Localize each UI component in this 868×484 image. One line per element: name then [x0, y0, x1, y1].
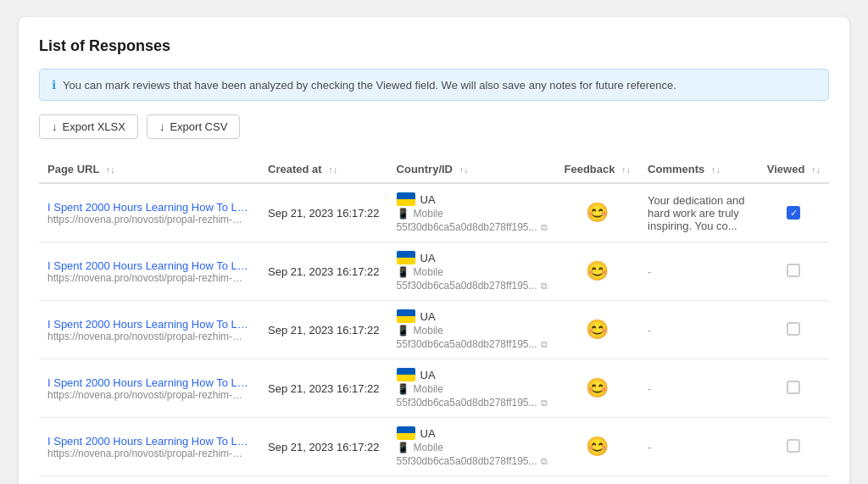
country-code: UA — [420, 193, 436, 206]
country-id-value: 55f30db6ca5a0d8db278ff195... — [397, 280, 537, 292]
viewed-cell[interactable] — [759, 476, 829, 485]
country-id-value: 55f30db6ca5a0d8db278ff195... — [397, 397, 537, 409]
comments-cell: - — [639, 301, 759, 359]
country-code: UA — [420, 252, 436, 264]
comments-cell: - — [639, 242, 759, 301]
feedback-cell: 😊 — [556, 242, 640, 301]
viewed-cell[interactable] — [759, 301, 829, 359]
sort-comments-icon: ↑↓ — [711, 164, 721, 175]
sort-page-url-icon: ↑↓ — [106, 164, 115, 175]
happy-face-icon: 😊 — [586, 260, 609, 282]
sort-feedback-icon: ↑↓ — [621, 164, 631, 175]
viewed-checkbox-checked[interactable]: ✓ — [787, 206, 800, 220]
comments-cell: - — [639, 418, 759, 476]
col-page-url[interactable]: Page URL ↑↓ — [39, 156, 259, 183]
export-csv-label: Export CSV — [170, 120, 227, 133]
page-url-sub: https://novena.pro/novosti/propal-rezhim… — [47, 272, 251, 284]
page-url-sub: https://novena.pro/novosti/propal-rezhim… — [47, 214, 251, 225]
page-url-link[interactable]: I Spent 2000 Hours Learning How To Learn… — [47, 376, 251, 389]
page-url-cell: I Spent 2000 Hours Learning How To Learn… — [39, 476, 259, 485]
page-url-cell: I Spent 2000 Hours Learning How To Learn… — [39, 242, 259, 301]
col-viewed[interactable]: Viewed ↑↓ — [759, 156, 829, 183]
comments-cell: - — [639, 359, 759, 418]
viewed-cell[interactable] — [759, 242, 829, 301]
page-url-link[interactable]: I Spent 2000 Hours Learning How To Learn… — [47, 318, 251, 331]
comment-dash: - — [648, 265, 651, 278]
viewed-cell[interactable] — [759, 418, 829, 476]
download-xlsx-icon: ↓ — [52, 120, 58, 133]
toolbar: ↓ Export XLSX ↓ Export CSV — [39, 114, 829, 139]
comment-dash: - — [648, 441, 651, 453]
feedback-cell: 😊 — [556, 359, 640, 418]
created-at-cell: Sep 21, 2023 16:17:22 — [259, 242, 388, 301]
page-url-link[interactable]: I Spent 2000 Hours Learning How To Learn… — [47, 259, 251, 272]
page-url-link[interactable]: I Spent 2000 Hours Learning How To Learn… — [47, 435, 251, 448]
main-container: List of Responses ℹ You can mark reviews… — [19, 17, 849, 484]
sort-created-at-icon: ↑↓ — [328, 164, 337, 175]
copy-icon[interactable]: ⧉ — [541, 281, 548, 292]
col-comments[interactable]: Comments ↑↓ — [639, 156, 759, 183]
page-title: List of Responses — [39, 37, 829, 55]
flag-icon — [397, 309, 415, 323]
table-row: I Spent 2000 Hours Learning How To Learn… — [39, 301, 829, 359]
comment-text: Your dedication and hard work are truly … — [648, 194, 744, 232]
country-id-value: 55f30db6ca5a0d8db278ff195... — [397, 338, 537, 350]
table-header-row: Page URL ↑↓ Created at ↑↓ Country/ID ↑↓ … — [39, 156, 829, 183]
page-url-cell: I Spent 2000 Hours Learning How To Learn… — [39, 183, 259, 242]
viewed-cell[interactable]: ✓ — [759, 183, 829, 242]
copy-icon[interactable]: ⧉ — [541, 398, 548, 409]
page-url-cell: I Spent 2000 Hours Learning How To Learn… — [39, 418, 259, 476]
col-country-id[interactable]: Country/ID ↑↓ — [388, 156, 556, 183]
viewed-checkbox-unchecked[interactable] — [787, 439, 800, 453]
download-csv-icon: ↓ — [159, 120, 165, 133]
info-banner: ℹ You can mark reviews that have been an… — [39, 69, 829, 101]
device-label: Mobile — [414, 325, 443, 337]
viewed-checkbox-unchecked[interactable] — [787, 322, 800, 336]
page-url-cell: I Spent 2000 Hours Learning How To Learn… — [39, 301, 259, 359]
feedback-cell: 😊 — [556, 301, 640, 359]
feedback-cell: 😊 — [556, 183, 640, 242]
sort-country-icon: ↑↓ — [459, 164, 469, 175]
country-code: UA — [420, 427, 436, 440]
table-row: I Spent 2000 Hours Learning How To Learn… — [39, 418, 829, 476]
country-code: UA — [420, 310, 436, 323]
mobile-icon: 📱 — [397, 266, 409, 278]
country-id-cell: UA 📱 Mobile 55f30db6ca5a0d8db278ff195...… — [388, 183, 556, 242]
created-at-cell: Sep 21, 2023 16:17:22 — [259, 476, 388, 485]
happy-face-icon: 😊 — [586, 319, 609, 341]
country-id-value: 55f30db6ca5a0d8db278ff195... — [397, 221, 537, 233]
country-id-value: 55f30db6ca5a0d8db278ff195... — [397, 455, 537, 467]
copy-icon[interactable]: ⧉ — [541, 339, 548, 350]
feedback-cell: 😠 — [556, 476, 640, 485]
mobile-icon: 📱 — [397, 383, 409, 395]
happy-face-icon: 😊 — [586, 377, 609, 399]
info-icon: ℹ — [52, 78, 56, 92]
export-xlsx-label: Export XLSX — [63, 120, 125, 133]
mobile-icon: 📱 — [397, 442, 409, 453]
table-body: I Spent 2000 Hours Learning How To Learn… — [39, 183, 829, 484]
comment-dash: - — [648, 382, 651, 395]
created-at-cell: Sep 21, 2023 16:17:22 — [259, 183, 388, 242]
export-csv-button[interactable]: ↓ Export CSV — [147, 114, 240, 139]
viewed-checkbox-unchecked[interactable] — [787, 381, 800, 394]
page-url-cell: I Spent 2000 Hours Learning How To Learn… — [39, 359, 259, 418]
flag-icon — [397, 192, 415, 206]
page-url-link[interactable]: I Spent 2000 Hours Learning How To Learn… — [47, 201, 251, 214]
comments-cell: Your dedication and hard work are truly … — [639, 183, 759, 242]
page-url-sub: https://novena.pro/novosti/propal-rezhim… — [47, 331, 251, 342]
col-created-at[interactable]: Created at ↑↓ — [259, 156, 388, 183]
country-id-cell: UA 📱 Mobile 55f30db6ca5a0d8db278ff195...… — [388, 476, 556, 485]
col-feedback[interactable]: Feedback ↑↓ — [556, 156, 640, 183]
device-label: Mobile — [414, 442, 443, 453]
info-banner-text: You can mark reviews that have been anal… — [63, 79, 676, 92]
copy-icon[interactable]: ⧉ — [541, 456, 548, 467]
sort-viewed-icon: ↑↓ — [811, 164, 821, 175]
flag-icon — [397, 251, 415, 264]
mobile-icon: 📱 — [397, 208, 409, 220]
viewed-checkbox-unchecked[interactable] — [787, 264, 800, 277]
export-xlsx-button[interactable]: ↓ Export XLSX — [39, 114, 138, 139]
flag-icon — [397, 426, 415, 440]
viewed-cell[interactable] — [759, 359, 829, 418]
created-at-cell: Sep 21, 2023 16:17:22 — [259, 359, 388, 418]
copy-icon[interactable]: ⧉ — [541, 222, 548, 233]
